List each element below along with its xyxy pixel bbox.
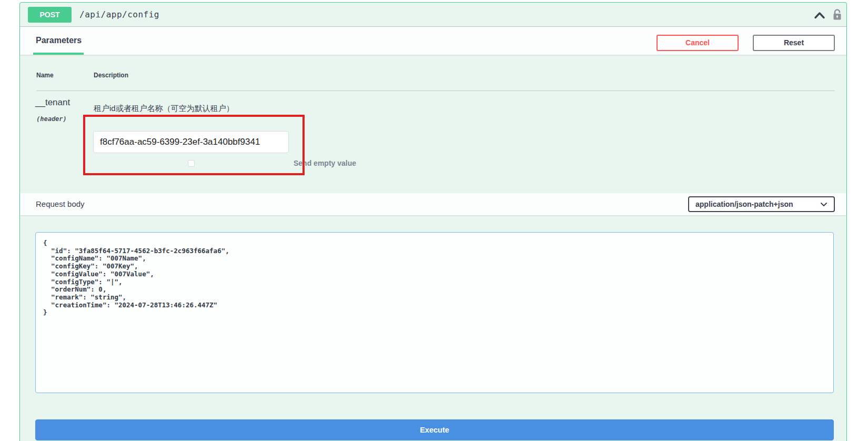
execute-button[interactable]: Execute [35,419,834,440]
column-header-description: Description [94,72,128,79]
request-body-header-band: Request body application/json-patch+json [20,193,846,215]
send-empty-value-label: Send empty value [294,159,356,167]
table-header-divider [36,91,835,91]
operation-summary[interactable]: POST /api/app/config [20,3,846,27]
media-type-select[interactable]: application/json-patch+json [688,196,835,212]
cancel-button[interactable]: Cancel [657,35,739,51]
tab-active-underline [33,53,84,55]
param-location: (header) [36,115,67,123]
endpoint-path: /api/app/config [79,9,159,19]
http-method-badge: POST [28,7,72,23]
auth-unlocked-padlock-icon[interactable] [833,8,842,23]
operation-block-post-config: POST /api/app/config Parameters Cancel R… [19,2,847,441]
column-header-name: Name [36,72,54,79]
param-description: 租户id或者租户名称（可空为默认租户） [94,104,234,114]
reset-button[interactable]: Reset [753,35,835,51]
request-body-label: Request body [36,199,85,208]
request-body-editor[interactable]: { "id": "3fa85f64-5717-4562-b3fc-2c963f6… [35,232,834,393]
collapse-chevron-up-icon[interactable] [814,12,825,21]
tab-parameters: Parameters [36,36,82,45]
param-name-tenant: __tenant [35,97,70,108]
chevron-down-icon [820,199,827,209]
tenant-value-input[interactable] [93,131,289,153]
parameters-header-band: Parameters Cancel Reset [20,27,846,55]
media-type-value: application/json-patch+json [695,200,820,208]
send-empty-value-checkbox[interactable] [188,160,195,167]
